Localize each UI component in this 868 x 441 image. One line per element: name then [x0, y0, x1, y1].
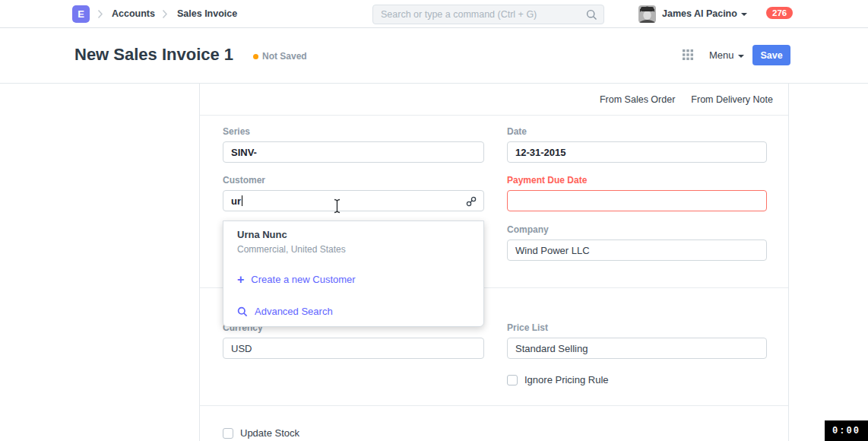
series-input[interactable]	[223, 141, 484, 163]
create-new-customer-button[interactable]: + Create a new Customer	[237, 274, 356, 285]
app-window: E Accounts Sales Invoice Ja	[0, 0, 868, 441]
text-insertion-caret	[242, 195, 242, 206]
customer-input[interactable]: ur	[223, 190, 484, 211]
update-stock-checkbox[interactable]: Update Stock	[223, 427, 299, 439]
payment-due-date-input[interactable]	[507, 190, 767, 211]
customer-field: Customer ur	[223, 175, 484, 211]
notification-badge[interactable]: 276	[766, 7, 793, 19]
search-icon	[586, 9, 597, 21]
checkbox-box[interactable]	[223, 428, 233, 439]
company-input[interactable]	[507, 240, 767, 261]
recording-timer: 0:00	[825, 420, 868, 441]
caret-down-icon	[741, 13, 747, 16]
ignore-pricing-rule-label: Ignore Pricing Rule	[524, 374, 609, 385]
form-actions: From Sales Order From Delivery Note	[200, 84, 788, 116]
from-delivery-note-button[interactable]: From Delivery Note	[691, 94, 773, 105]
price-list-field: Price List	[507, 322, 767, 359]
page-title: New Sales Invoice 1	[74, 45, 233, 65]
update-stock-label: Update Stock	[240, 427, 299, 439]
customer-autocomplete-dropdown: Urna Nunc Commercial, United States + Cr…	[223, 220, 484, 327]
not-saved-dot-icon	[253, 54, 258, 59]
date-field: Date	[507, 126, 767, 163]
result-subtitle: Commercial, United States	[237, 244, 470, 255]
chevron-right-icon	[162, 9, 168, 19]
save-button[interactable]: Save	[752, 45, 790, 65]
customer-input-value: ur	[231, 195, 241, 207]
chevron-right-icon	[97, 9, 103, 19]
advanced-search-label: Advanced Search	[255, 306, 333, 317]
breadcrumb-accounts[interactable]: Accounts	[112, 0, 155, 27]
caret-down-icon	[738, 55, 744, 58]
status-badge: Not Saved	[262, 51, 307, 62]
search-input[interactable]	[373, 5, 603, 24]
create-new-customer-label: Create a new Customer	[251, 274, 355, 285]
menu-label: Menu	[709, 49, 734, 61]
search-icon	[237, 306, 248, 317]
payment-due-date-label: Payment Due Date	[507, 175, 767, 186]
page-head: New Sales Invoice 1 Not Saved Menu Save	[0, 28, 868, 84]
payment-due-date-field: Payment Due Date	[507, 175, 767, 211]
currency-input[interactable]	[223, 338, 484, 359]
ignore-pricing-rule-checkbox[interactable]: Ignore Pricing Rule	[507, 374, 609, 385]
dropdown-result-urna-nunc[interactable]: Urna Nunc Commercial, United States	[223, 221, 483, 255]
company-label: Company	[507, 224, 767, 235]
company-field: Company	[507, 224, 767, 261]
breadcrumb-sales-invoice[interactable]: Sales Invoice	[177, 0, 237, 27]
form-card: From Sales Order From Delivery Note Seri…	[199, 84, 789, 441]
checkbox-box[interactable]	[507, 375, 518, 385]
price-list-label: Price List	[507, 322, 767, 333]
avatar[interactable]	[638, 5, 656, 23]
app-logo[interactable]: E	[72, 5, 90, 23]
series-label: Series	[223, 126, 484, 137]
link-icon[interactable]	[466, 196, 477, 207]
from-sales-order-button[interactable]: From Sales Order	[600, 94, 675, 105]
price-list-input[interactable]	[507, 338, 767, 359]
currency-field: Currency	[223, 322, 484, 359]
series-field: Series	[223, 126, 484, 163]
avatar-image	[638, 5, 656, 23]
plus-icon: +	[237, 274, 244, 284]
global-search	[372, 5, 604, 24]
result-title: Urna Nunc	[237, 229, 470, 240]
advanced-search-button[interactable]: Advanced Search	[237, 306, 333, 317]
date-label: Date	[507, 126, 767, 137]
menu-dropdown[interactable]: Menu	[709, 48, 744, 63]
user-menu[interactable]: James Al Pacino	[662, 0, 747, 28]
user-name-label: James Al Pacino	[662, 8, 737, 19]
date-input[interactable]	[507, 141, 767, 163]
section-divider	[200, 405, 788, 406]
grid-icon[interactable]	[683, 49, 693, 60]
customer-label: Customer	[223, 175, 484, 186]
navbar: E Accounts Sales Invoice Ja	[0, 0, 868, 28]
